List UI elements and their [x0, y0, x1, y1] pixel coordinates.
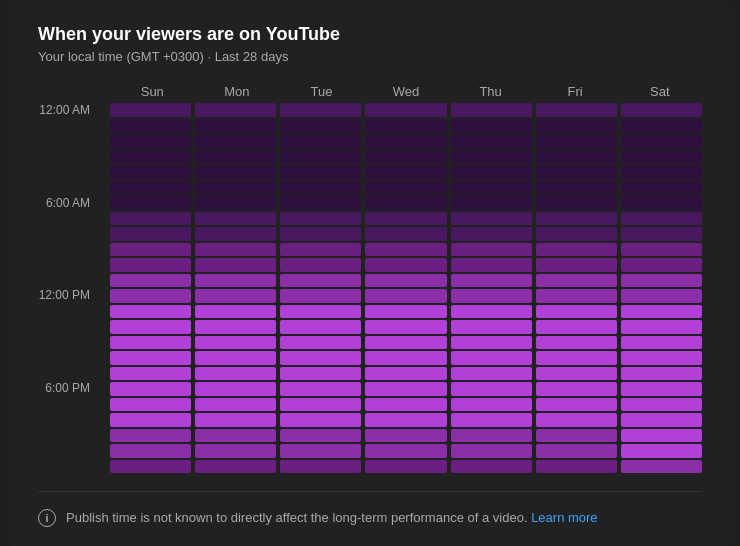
cell-fri-19 [536, 398, 617, 412]
footer-info-text: Publish time is not known to directly af… [66, 510, 528, 525]
cell-sat-16 [621, 351, 702, 365]
cell-sat-2 [621, 134, 702, 148]
cell-wed-20 [365, 413, 446, 427]
cell-mon-4 [195, 165, 276, 179]
cell-sat-23 [621, 460, 702, 474]
day-header-mon: Mon [195, 84, 280, 99]
cell-thu-21 [451, 429, 532, 443]
column-tue [280, 103, 361, 473]
cell-tue-8 [280, 227, 361, 241]
cell-thu-16 [451, 351, 532, 365]
cell-mon-22 [195, 444, 276, 458]
cell-wed-11 [365, 274, 446, 288]
cell-thu-2 [451, 134, 532, 148]
cell-tue-23 [280, 460, 361, 474]
cell-sat-8 [621, 227, 702, 241]
cell-sun-5 [110, 181, 191, 195]
column-wed [365, 103, 446, 473]
cell-mon-6 [195, 196, 276, 210]
cell-wed-8 [365, 227, 446, 241]
cell-sat-20 [621, 413, 702, 427]
cell-fri-7 [536, 212, 617, 226]
cell-tue-9 [280, 243, 361, 257]
day-header-tue: Tue [279, 84, 364, 99]
cell-tue-7 [280, 212, 361, 226]
cell-fri-5 [536, 181, 617, 195]
cell-fri-17 [536, 367, 617, 381]
cell-mon-18 [195, 382, 276, 396]
cell-thu-3 [451, 150, 532, 164]
cell-wed-13 [365, 305, 446, 319]
cell-sat-22 [621, 444, 702, 458]
chart-area: 12:00 AM6:00 AM12:00 PM6:00 PM SunMonTue… [38, 84, 702, 473]
cell-tue-1 [280, 119, 361, 133]
cell-wed-1 [365, 119, 446, 133]
cell-wed-3 [365, 150, 446, 164]
cell-sat-12 [621, 289, 702, 303]
grid-area: SunMonTueWedThuFriSat [110, 84, 702, 473]
day-header-fri: Fri [533, 84, 618, 99]
cell-thu-6 [451, 196, 532, 210]
cell-sat-9 [621, 243, 702, 257]
y-axis: 12:00 AM6:00 AM12:00 PM6:00 PM [38, 84, 110, 473]
learn-more-link[interactable]: Learn more [531, 510, 597, 525]
cell-sun-9 [110, 243, 191, 257]
cell-tue-14 [280, 320, 361, 334]
cell-sun-18 [110, 382, 191, 396]
cell-mon-20 [195, 413, 276, 427]
cell-sat-14 [621, 320, 702, 334]
cell-sun-19 [110, 398, 191, 412]
cell-wed-10 [365, 258, 446, 272]
cell-mon-7 [195, 212, 276, 226]
cell-sun-8 [110, 227, 191, 241]
cell-fri-14 [536, 320, 617, 334]
cell-sat-19 [621, 398, 702, 412]
cell-wed-22 [365, 444, 446, 458]
cell-sun-20 [110, 413, 191, 427]
cell-wed-12 [365, 289, 446, 303]
cell-fri-1 [536, 119, 617, 133]
y-label-1: 6:00 AM [38, 197, 100, 209]
cell-tue-0 [280, 103, 361, 117]
cell-wed-16 [365, 351, 446, 365]
cell-thu-4 [451, 165, 532, 179]
cell-fri-20 [536, 413, 617, 427]
cell-sun-6 [110, 196, 191, 210]
cell-fri-21 [536, 429, 617, 443]
cell-thu-11 [451, 274, 532, 288]
cell-sun-13 [110, 305, 191, 319]
cell-mon-21 [195, 429, 276, 443]
cell-sun-0 [110, 103, 191, 117]
cell-wed-18 [365, 382, 446, 396]
cell-tue-12 [280, 289, 361, 303]
cell-thu-8 [451, 227, 532, 241]
cell-tue-6 [280, 196, 361, 210]
cell-tue-19 [280, 398, 361, 412]
cell-tue-22 [280, 444, 361, 458]
day-header-wed: Wed [364, 84, 449, 99]
cell-sat-0 [621, 103, 702, 117]
cell-fri-8 [536, 227, 617, 241]
cell-sat-10 [621, 258, 702, 272]
cell-thu-9 [451, 243, 532, 257]
cell-wed-19 [365, 398, 446, 412]
day-header-sun: Sun [110, 84, 195, 99]
chart-subtitle: Your local time (GMT +0300) · Last 28 da… [38, 49, 702, 64]
cell-wed-6 [365, 196, 446, 210]
cell-fri-2 [536, 134, 617, 148]
cell-thu-13 [451, 305, 532, 319]
cell-thu-20 [451, 413, 532, 427]
cell-sun-16 [110, 351, 191, 365]
cell-mon-16 [195, 351, 276, 365]
cell-wed-23 [365, 460, 446, 474]
cell-sun-11 [110, 274, 191, 288]
cell-fri-16 [536, 351, 617, 365]
cell-thu-23 [451, 460, 532, 474]
cell-sat-4 [621, 165, 702, 179]
cell-wed-0 [365, 103, 446, 117]
column-mon [195, 103, 276, 473]
cell-thu-0 [451, 103, 532, 117]
cell-wed-15 [365, 336, 446, 350]
cell-thu-12 [451, 289, 532, 303]
cell-thu-14 [451, 320, 532, 334]
